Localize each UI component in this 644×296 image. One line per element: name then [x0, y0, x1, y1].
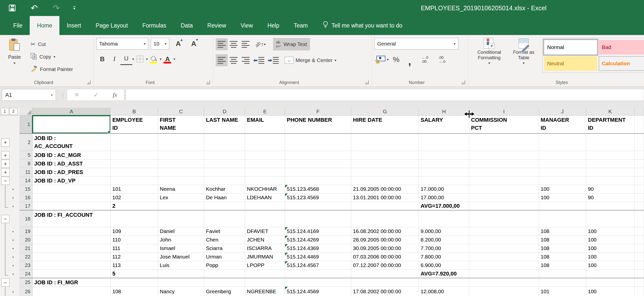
fill-color-button[interactable]	[148, 53, 160, 65]
cell-B8[interactable]	[110, 160, 158, 168]
cell-F14[interactable]	[285, 177, 351, 185]
cell-F26[interactable]: 515.124.4569	[285, 287, 351, 296]
cell-J15[interactable]: 100	[539, 185, 586, 194]
cell-E20[interactable]: JCHEN	[245, 236, 285, 244]
row-header-20[interactable]: 20	[20, 236, 32, 244]
tab-home[interactable]: Home	[30, 16, 60, 35]
increase-font-size-button[interactable]: A▲	[172, 40, 185, 48]
cell-H22[interactable]: 7.800,00	[419, 253, 469, 261]
tab-formulas[interactable]: Formulas	[135, 16, 174, 35]
cell-H26[interactable]: 12.008,00	[419, 287, 469, 296]
cell-B11[interactable]	[110, 168, 158, 177]
cell-G16[interactable]: 13.01.2001 00:00:00	[351, 194, 419, 202]
cell-H11[interactable]	[419, 168, 469, 177]
cell-I25[interactable]	[469, 278, 539, 287]
paste-button[interactable]: Paste ▾	[2, 38, 26, 75]
cell-A17[interactable]	[32, 202, 110, 211]
tab-view[interactable]: View	[234, 16, 260, 35]
cell-J1[interactable]: MANAGER ID	[539, 115, 586, 134]
cell-E1[interactable]: EMAIL	[245, 115, 285, 134]
cell-D5[interactable]	[204, 151, 245, 160]
cell-F11[interactable]	[285, 168, 351, 177]
cell-K8[interactable]	[586, 160, 634, 168]
cell-F17[interactable]	[285, 202, 351, 211]
cell-B14[interactable]	[110, 177, 158, 185]
cell-I17[interactable]	[469, 202, 539, 211]
cell-F8[interactable]	[285, 160, 351, 168]
font-size-select[interactable]: 10 ▾	[151, 38, 169, 50]
group-expand-button-row-5[interactable]: +	[1, 151, 10, 160]
cell-D17[interactable]	[204, 202, 245, 211]
save-icon[interactable]	[8, 3, 17, 13]
row-header-5[interactable]: 5	[20, 151, 32, 160]
cell-K1[interactable]: DEPARTMENT ID	[586, 115, 634, 134]
cell-K14[interactable]	[586, 177, 634, 185]
cell-C15[interactable]: Neena	[158, 185, 204, 194]
cell-G23[interactable]: 07.12.2007 00:00:00	[351, 261, 419, 270]
row-header-17[interactable]: 17	[20, 202, 32, 211]
alignment-dialog-launcher-icon[interactable]	[365, 80, 369, 84]
comma-style-button[interactable]: ,	[404, 54, 416, 66]
tab-team[interactable]: Team	[286, 16, 315, 35]
cell-K23[interactable]: 100	[586, 261, 634, 270]
tab-page-layout[interactable]: Page Layout	[88, 16, 135, 35]
borders-caret-icon[interactable]: ▾	[146, 57, 148, 61]
cell-I16[interactable]	[469, 194, 539, 202]
cell-I20[interactable]	[469, 236, 539, 244]
cell-A16[interactable]	[32, 194, 110, 202]
tab-insert[interactable]: Insert	[60, 16, 88, 35]
cell-I18[interactable]	[469, 211, 539, 227]
cell-G8[interactable]	[351, 160, 419, 168]
cell-B26[interactable]: 108	[110, 287, 158, 296]
cell-C20[interactable]: John	[158, 236, 204, 244]
row-header-24[interactable]: 24	[20, 270, 32, 278]
cell-I8[interactable]	[469, 160, 539, 168]
cell-C14[interactable]	[158, 177, 204, 185]
cell-C2[interactable]	[158, 134, 204, 151]
style-normal[interactable]: Normal	[544, 40, 597, 55]
cell-H8[interactable]	[419, 160, 469, 168]
cell-H14[interactable]	[419, 177, 469, 185]
cell-A14[interactable]: JOB ID : AD_VP	[32, 177, 110, 185]
cell-J11[interactable]	[539, 168, 586, 177]
cell-B23[interactable]: 113	[110, 261, 158, 270]
cell-E15[interactable]: NKOCHHAR	[245, 185, 285, 194]
cell-J18[interactable]	[539, 211, 586, 227]
select-all-corner[interactable]	[20, 108, 32, 115]
cell-J26[interactable]: 101	[539, 287, 586, 296]
column-header-H[interactable]: H	[419, 108, 469, 115]
row-header-1[interactable]: 1	[20, 115, 32, 134]
accounting-caret-icon[interactable]: ▾	[387, 58, 389, 62]
column-header-C[interactable]: C	[158, 108, 204, 115]
format-as-table-button[interactable]: Format as Table ▾	[508, 38, 540, 77]
cell-D20[interactable]: Chen	[204, 236, 245, 244]
cell-H23[interactable]: 6.900,00	[419, 261, 469, 270]
underline-caret-icon[interactable]: ▾	[132, 57, 134, 61]
cell-F18[interactable]	[285, 211, 351, 227]
decrease-decimal-button[interactable]: .00 →.0	[434, 54, 450, 66]
cell-I11[interactable]	[469, 168, 539, 177]
cell-I21[interactable]	[469, 244, 539, 253]
format-painter-button[interactable]: Format Painter	[28, 63, 75, 75]
font-dialog-launcher-icon[interactable]	[206, 80, 210, 84]
cell-D18[interactable]	[204, 211, 245, 227]
align-right-button[interactable]	[240, 54, 252, 66]
cell-E16[interactable]: LDEHAAN	[245, 194, 285, 202]
formula-input[interactable]	[126, 89, 644, 101]
cell-K26[interactable]: 100	[586, 287, 634, 296]
cell-J23[interactable]: 108	[539, 261, 586, 270]
cell-J14[interactable]	[539, 177, 586, 185]
cell-G21[interactable]: 30.09.2005 00:00:00	[351, 244, 419, 253]
cancel-icon[interactable]: ✕	[74, 91, 80, 99]
cell-E18[interactable]	[245, 211, 285, 227]
cell-K19[interactable]: 100	[586, 227, 634, 236]
cell-B21[interactable]: 111	[110, 244, 158, 253]
cell-E19[interactable]: DFAVIET	[245, 227, 285, 236]
cell-I26[interactable]	[469, 287, 539, 296]
cell-H5[interactable]	[419, 151, 469, 160]
enter-icon[interactable]: ✓	[93, 91, 99, 99]
cell-A23[interactable]	[32, 261, 110, 270]
cell-D21[interactable]: Sciarra	[204, 244, 245, 253]
cell-G14[interactable]	[351, 177, 419, 185]
cell-I15[interactable]	[469, 185, 539, 194]
